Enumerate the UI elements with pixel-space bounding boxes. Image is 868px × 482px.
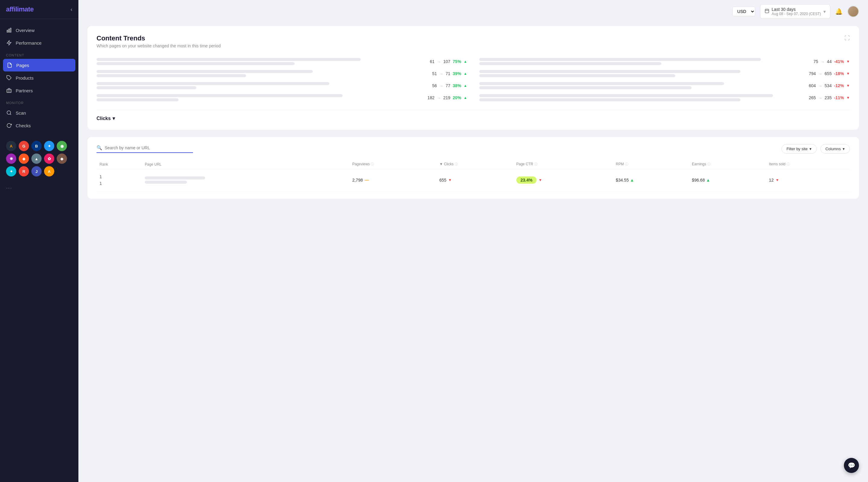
arrow-icon: → — [437, 59, 441, 64]
rpm-info-icon[interactable]: ⓘ — [625, 162, 628, 166]
svg-rect-8 — [765, 9, 769, 13]
partner-icons-grid: A G B ✦ ◉ ❋ ◈ ▲ ✿ ◆ ✦ R J A — [0, 137, 79, 181]
trend-bar-bottom — [96, 86, 196, 89]
trend-bar-group — [96, 82, 429, 89]
trend-numbers: 604 → 534 -12% ▼ — [809, 83, 850, 88]
chat-button[interactable]: 💬 — [844, 458, 859, 473]
trend-row: 51 → 71 39% ▲ — [96, 67, 467, 80]
page-content: Content Trends Which pages on your websi… — [79, 23, 868, 482]
pages-table: Rank Page URL Pageviews ⓘ ▼ Clicks ⓘ — [96, 159, 850, 191]
arrow-icon: → — [437, 96, 441, 100]
items-sold-info-icon[interactable]: ⓘ — [786, 162, 790, 166]
partner-icon-p7[interactable]: ◈ — [19, 153, 29, 164]
sidebar-item-scan-label: Scan — [16, 111, 26, 116]
trend-pct: -11% — [834, 95, 844, 100]
partner-icon-p9[interactable]: ✿ — [44, 153, 54, 164]
card-title: Content Trends — [96, 34, 221, 42]
sidebar-item-performance[interactable]: Performance — [0, 36, 79, 49]
search-input[interactable] — [105, 145, 183, 150]
up-arrow-icon: ▲ — [464, 59, 467, 64]
trend-from: 265 — [809, 95, 816, 100]
avatar[interactable] — [847, 6, 859, 17]
partner-icon-p6[interactable]: ❋ — [6, 153, 16, 164]
date-picker[interactable]: Last 30 days Aug 08 - Sep 07, 2020 (CEST… — [760, 4, 830, 19]
tag-icon — [6, 75, 12, 81]
trend-bar-bottom — [479, 62, 661, 65]
partner-icon-p5[interactable]: ◉ — [57, 141, 67, 151]
trend-to: 44 — [827, 59, 832, 64]
clicks-info-icon[interactable]: ⓘ — [455, 162, 458, 166]
columns-button[interactable]: Columns ▾ — [820, 144, 850, 153]
trend-row: 182 → 219 20% ▲ — [96, 92, 467, 104]
partner-icon-p13[interactable]: J — [31, 166, 42, 176]
arrow-icon: → — [439, 71, 443, 76]
filter-by-site-button[interactable]: Filter by site ▾ — [781, 144, 817, 153]
earnings-value: $96.68 — [692, 178, 705, 182]
sidebar-item-checks-label: Checks — [16, 123, 31, 128]
ctr-info-icon[interactable]: ⓘ — [534, 162, 537, 166]
trend-pct: -18% — [834, 71, 844, 76]
filter-chevron-icon: ▾ — [809, 147, 812, 151]
trends-positive-col: 61 → 107 75% ▲ — [96, 56, 467, 104]
sidebar-nav: Overview Performance CONTENT Pages — [0, 19, 79, 137]
sidebar-item-pages[interactable]: Pages — [3, 59, 75, 71]
down-arrow-icon: ▼ — [846, 59, 850, 64]
col-rpm: RPM ⓘ — [613, 159, 689, 169]
search-icon: 🔍 — [96, 145, 102, 151]
logo: affilimate — [6, 5, 34, 13]
sidebar-item-scan[interactable]: Scan — [0, 107, 79, 119]
sidebar-item-overview[interactable]: Overview — [0, 24, 79, 36]
more-partners-button[interactable]: ... — [0, 181, 79, 193]
table-body: 1 1 2,798 — — [96, 169, 850, 191]
pageviews-value: 2,798 — [352, 178, 363, 182]
partner-icon-booking[interactable]: B — [31, 141, 42, 151]
ctr-trend-icon: ▼ — [538, 178, 542, 182]
items-sold-value: 12 — [769, 178, 774, 182]
trend-to: 219 — [443, 95, 450, 100]
url-bar-short — [145, 181, 187, 184]
trend-row: 794 → 655 -18% ▼ — [479, 67, 850, 80]
trend-bar-top — [96, 58, 361, 61]
collapse-button[interactable]: ‹ — [70, 6, 72, 13]
down-arrow-icon: ▼ — [846, 84, 850, 88]
partner-icon-p12[interactable]: R — [19, 166, 29, 176]
col-clicks: ▼ Clicks ⓘ — [436, 159, 513, 169]
card-subtitle: Which pages on your website changed the … — [96, 43, 221, 48]
arrow-icon: → — [818, 84, 822, 88]
svg-marker-3 — [7, 41, 11, 45]
clicks-dropdown-button[interactable]: Clicks ▾ — [96, 116, 115, 121]
trend-bar-group — [479, 82, 806, 89]
partner-icon-p11[interactable]: ✦ — [6, 166, 16, 176]
clicks-trend-icon: ▼ — [448, 178, 452, 182]
sidebar-item-checks[interactable]: Checks — [0, 119, 79, 132]
partner-icon-p4[interactable]: ✦ — [44, 141, 54, 151]
logo-text: affilimate — [6, 5, 34, 13]
svg-rect-0 — [7, 30, 8, 32]
content-trends-card: Content Trends Which pages on your websi… — [88, 26, 859, 130]
col-items-sold: Items sold ⓘ — [766, 159, 850, 169]
trend-row: 604 → 534 -12% ▼ — [479, 80, 850, 92]
partner-icon-p8[interactable]: ▲ — [31, 153, 42, 164]
pageviews-info-icon[interactable]: ⓘ — [371, 162, 374, 166]
clicks-dropdown-arrow: ▾ — [113, 116, 115, 121]
partner-icon-p14[interactable]: A — [44, 166, 54, 176]
trend-to: 107 — [443, 59, 450, 64]
avatar-image — [848, 6, 858, 17]
sidebar-item-products[interactable]: Products — [0, 71, 79, 84]
sidebar-item-partners[interactable]: Partners — [0, 84, 79, 97]
content-section-label: CONTENT — [0, 49, 79, 59]
bell-icon[interactable]: 🔔 — [835, 8, 843, 15]
trend-pct: 75% — [453, 59, 461, 64]
partner-icon-amazon[interactable]: A — [6, 141, 16, 151]
expand-button[interactable]: ⛶ — [844, 35, 850, 41]
trend-from: 604 — [809, 83, 816, 88]
partner-icon-p10[interactable]: ◆ — [57, 153, 67, 164]
trends-negative-col: 75 → 44 -41% ▼ — [479, 56, 850, 104]
partner-icon-google[interactable]: G — [19, 141, 29, 151]
currency-select[interactable]: USD EUR GBP — [732, 7, 755, 16]
earnings-info-icon[interactable]: ⓘ — [707, 162, 711, 166]
trend-bar-bottom — [479, 98, 740, 101]
columns-label: Columns — [826, 147, 841, 151]
trend-bar-bottom — [479, 74, 675, 77]
sidebar-header: affilimate ‹ — [0, 0, 79, 19]
